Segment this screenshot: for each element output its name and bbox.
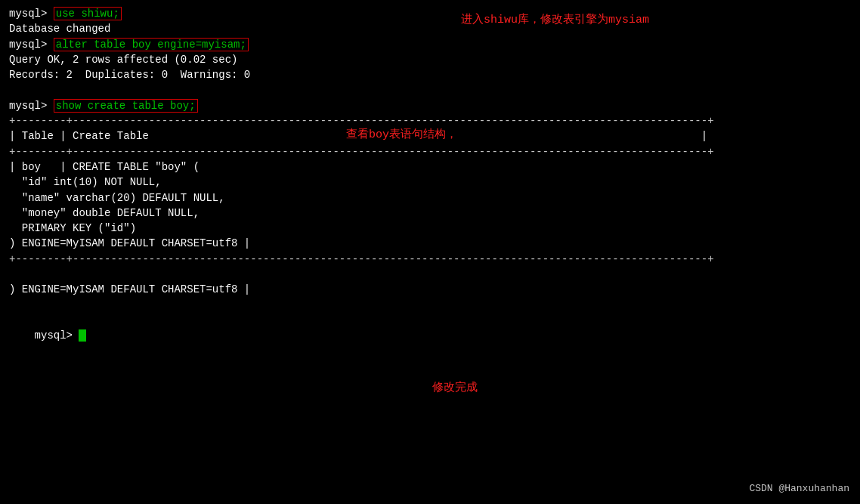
dash-mid-1: +--------+------------------------------… <box>9 144 851 159</box>
prompt-3: mysql> <box>9 39 54 51</box>
terminal-window: mysql> use shiwu; Database changed mysql… <box>0 0 860 504</box>
data-row-5: PRIMARY KEY ("id") <box>9 221 851 236</box>
dash-bot-1: +--------+------------------------------… <box>9 252 851 267</box>
line-1: mysql> use shiwu; <box>9 6 851 21</box>
cmd-show-create: show create table boy; <box>54 99 198 113</box>
data-row-6: ) ENGINE=MyISAM DEFAULT CHARSET=utf8 | <box>9 236 851 251</box>
data-row-4: "money" double DEFAULT NULL, <box>9 206 851 221</box>
data-row-1: | boy | CREATE TABLE "boy" ( <box>9 159 851 175</box>
cmd-alter-table: alter table boy engine=myisam; <box>54 38 249 51</box>
line-3: mysql> alter table boy engine=myisam; <box>9 37 851 52</box>
line-6 <box>9 82 851 97</box>
line-5: Records: 2 Duplicates: 0 Warnings: 0 <box>9 67 851 82</box>
annotation-3: 修改完成 <box>432 380 478 397</box>
line-2: Database changed <box>9 21 851 36</box>
annotation-1: 进入shiwu库，修改表引擎为mysiam <box>461 12 649 29</box>
line-rowset: ) ENGINE=MyISAM DEFAULT CHARSET=utf8 | <box>9 282 851 297</box>
prompt-7: mysql> <box>9 100 54 112</box>
prompt-1: mysql> <box>9 8 54 20</box>
cursor-block <box>79 329 86 342</box>
cmd-use-shiwu: use shiwu; <box>54 7 122 20</box>
line-4: Query OK, 2 rows affected (0.02 sec) <box>9 52 851 67</box>
line-7: mysql> show create table boy; <box>9 98 851 113</box>
line-empty-3 <box>9 298 851 313</box>
footer-brand: CSDN @Hanxuhanhan <box>749 482 849 496</box>
data-row-2: "id" int(10) NOT NULL, <box>9 175 851 190</box>
annotation-2: 查看boy表语句结构， <box>346 127 457 144</box>
final-prompt: mysql> <box>35 329 79 342</box>
final-prompt-line: mysql> <box>9 313 851 359</box>
data-row-3: "name" varchar(20) DEFAULT NULL, <box>9 190 851 206</box>
line-empty-2 <box>9 267 851 282</box>
